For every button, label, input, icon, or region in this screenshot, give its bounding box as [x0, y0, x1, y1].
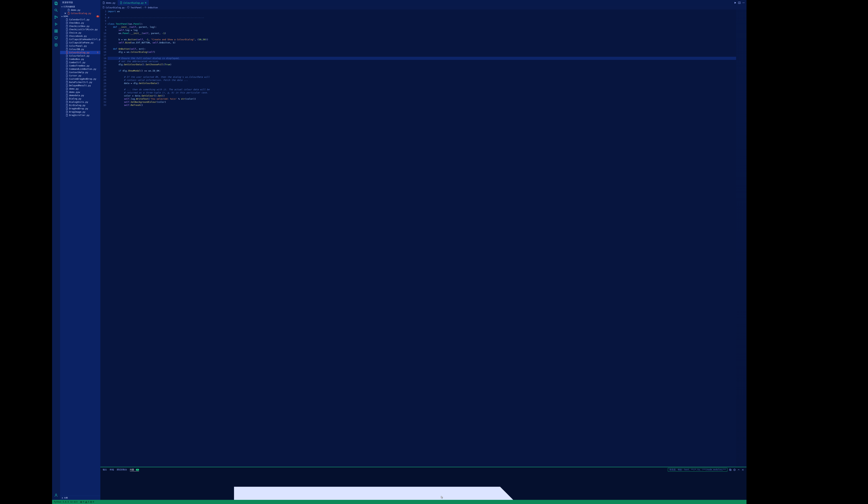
more-icon[interactable]	[742, 2, 745, 4]
file-tree-item[interactable]: CheckBox.py	[60, 21, 100, 24]
file-tree-item[interactable]: DialogUnits.py	[60, 100, 100, 104]
svg-point-15	[55, 44, 57, 45]
file-tree-item[interactable]: DelayedResult.py	[60, 84, 100, 87]
problems-count-badge: 5	[136, 469, 139, 471]
file-icon	[66, 28, 68, 31]
run-file-icon[interactable]	[734, 2, 736, 4]
file-icon	[66, 35, 68, 37]
file-tree-item[interactable]: Choice.py	[60, 31, 100, 34]
tab-output[interactable]: 输出	[103, 468, 107, 471]
file-tree-item[interactable]: ComboTreeBox.py	[60, 64, 100, 67]
close-icon[interactable]	[64, 12, 66, 14]
file-problem-badge: 5	[97, 51, 99, 54]
file-icon	[66, 78, 68, 80]
breadcrumb-item[interactable]: OnButton	[144, 6, 158, 9]
database-icon[interactable]	[54, 43, 58, 47]
svg-rect-30	[730, 469, 731, 470]
status-python[interactable]: Python 3.6.5 32-bit	[54, 501, 78, 503]
file-icon	[66, 22, 68, 24]
file-tree-item[interactable]: ComboBox.py	[60, 57, 100, 61]
explorer-sidebar: 资源管理器 打开的编辑器 demo.pyColourDialog.py DEMO…	[60, 0, 100, 500]
file-tree-item[interactable]: ComboCtrl.py	[60, 61, 100, 64]
remote-icon[interactable]	[54, 36, 58, 40]
run-debug-icon[interactable]	[54, 22, 58, 26]
file-tree-item[interactable]: ContextHelp.py	[60, 71, 100, 74]
class-icon	[127, 6, 129, 8]
svg-point-25	[743, 3, 743, 3]
file-icon	[66, 97, 68, 100]
svg-marker-7	[55, 23, 57, 25]
editor-tab[interactable]: ColourDialog.py	[118, 0, 149, 6]
maximize-panel-icon[interactable]	[737, 469, 740, 471]
svg-rect-12	[55, 37, 58, 39]
file-tree-item[interactable]: demo.pyw	[60, 91, 100, 94]
open-editors-header[interactable]: 打开的编辑器	[60, 5, 100, 8]
breadcrumb-item[interactable]: ColourDialog.py	[102, 6, 125, 9]
panel-tabs: 输出 终端 调试控制台 问题 5 筛选器。例如：text、**/*.ts、!**…	[100, 467, 746, 472]
bottom-panel: 输出 终端 调试控制台 问题 5 筛选器。例如：text、**/*.ts、!**…	[100, 467, 746, 500]
source-control-icon[interactable]	[54, 15, 58, 19]
close-panel-icon[interactable]	[742, 469, 744, 471]
status-bar: Python 3.6.5 32-bit 0 5 0	[52, 500, 746, 504]
file-tree-item[interactable]: DragAndDrop.py	[60, 107, 100, 110]
file-tree-item[interactable]: DragImage.py	[60, 110, 100, 114]
file-tree-item[interactable]: ColourDialog.py5	[60, 51, 100, 54]
info-icon	[90, 501, 92, 503]
clear-icon[interactable]	[733, 469, 736, 471]
extensions-icon[interactable]	[54, 29, 58, 33]
minimap[interactable]	[736, 10, 746, 467]
file-tree-item[interactable]: CommandLinkButton.py	[60, 67, 100, 71]
file-tree-item[interactable]: DirDialog.py	[60, 104, 100, 107]
file-tree-item[interactable]: ColourDB.py	[60, 48, 100, 51]
file-tree-item[interactable]: demodata.py	[60, 94, 100, 97]
file-tree-item[interactable]: CheckListBox.py	[60, 24, 100, 28]
file-tree-item[interactable]: CalendarCtrl.py	[60, 18, 100, 21]
breadcrumb-item[interactable]: TestPanel	[127, 6, 142, 9]
status-errors[interactable]: 0 5 0	[80, 501, 94, 503]
account-icon[interactable]	[54, 493, 58, 497]
file-tree-item[interactable]: ColourSelect.py	[60, 54, 100, 57]
file-tree-item[interactable]: DragScroller.py	[60, 114, 100, 117]
collapse-all-icon[interactable]	[729, 469, 732, 471]
svg-rect-10	[55, 31, 56, 32]
file-icon	[66, 25, 68, 28]
tab-problems[interactable]: 问题 5	[130, 468, 139, 471]
explorer-icon[interactable]	[54, 1, 58, 5]
file-icon	[66, 45, 68, 47]
file-tree-item[interactable]: demo.py	[60, 87, 100, 91]
error-icon	[80, 501, 82, 503]
problems-file-group[interactable]: ColourDialog.py 5	[101, 473, 745, 500]
tab-terminal[interactable]: 终端	[110, 468, 114, 471]
open-editor-item[interactable]: ColourDialog.py	[60, 12, 100, 15]
open-editor-item[interactable]: demo.py	[60, 8, 100, 12]
file-tree-item[interactable]: Choicebook.py	[60, 34, 100, 38]
breadcrumbs[interactable]: ColourDialog.py› TestPanel› OnButton	[100, 6, 746, 10]
svg-rect-31	[730, 469, 731, 471]
file-tree-item[interactable]: CollapsiblePane.py	[60, 41, 100, 44]
file-tree-item[interactable]: DatePickerCtrl.py	[60, 81, 100, 84]
close-icon[interactable]	[145, 2, 147, 4]
search-icon[interactable]	[54, 8, 58, 12]
file-tree-item[interactable]: ColorPanel.py	[60, 44, 100, 48]
file-tree-item[interactable]: CollapsibleHeaderCtrl.py	[60, 38, 100, 41]
file-tree-item[interactable]: CheckListCtrlMixin.py	[60, 28, 100, 31]
problems-list: ColourDialog.py 5 Module 'wx' has no 'Pa…	[100, 472, 746, 500]
outline-header[interactable]: 大纲	[60, 496, 100, 500]
file-tree-item[interactable]: CustomDragAndDrop.py	[60, 77, 100, 81]
folder-header[interactable]: DEMO 5	[60, 15, 100, 18]
svg-point-6	[56, 17, 58, 18]
tab-bar: demo.pyColourDialog.py	[100, 0, 746, 6]
code-editor[interactable]: 3456789101112131415161718192021222324252…	[100, 10, 746, 467]
code-content[interactable]: import wx #-----------------------------…	[107, 10, 736, 467]
tabbar-actions	[732, 0, 746, 6]
file-icon	[66, 71, 68, 74]
file-icon	[66, 58, 68, 60]
file-tree-item[interactable]: Dialog.py	[60, 97, 100, 100]
problems-filter-input[interactable]: 筛选器。例如：text、**/*.ts、!**/node_modules/**	[668, 468, 727, 472]
tab-debug-console[interactable]: 调试控制台	[117, 468, 127, 471]
editor-tab[interactable]: demo.py	[100, 0, 118, 6]
split-editor-icon[interactable]	[738, 2, 741, 4]
file-icon	[66, 55, 68, 57]
file-tree-item[interactable]: Cursor.py	[60, 74, 100, 77]
svg-point-55	[86, 502, 86, 503]
